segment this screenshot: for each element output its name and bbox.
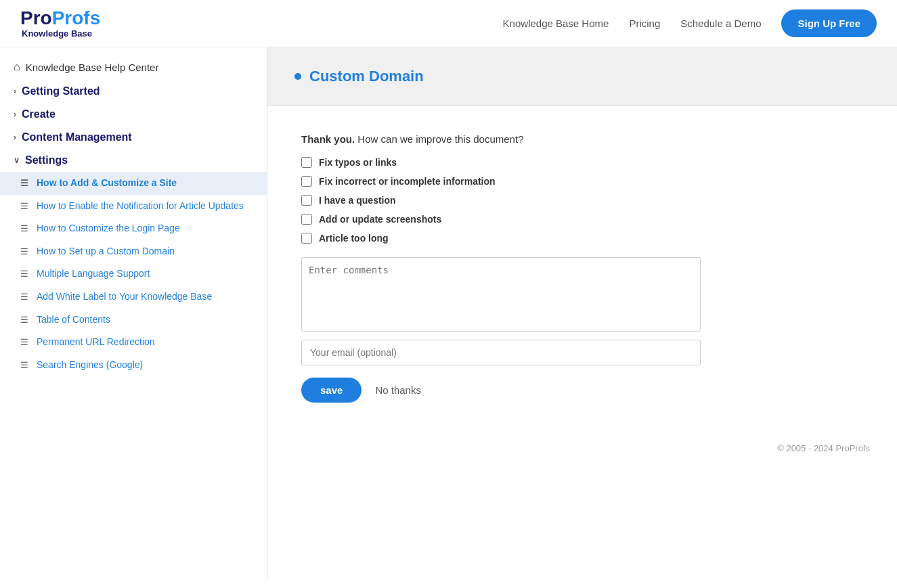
bullet-dot-icon: [294, 73, 301, 80]
doc-icon: ☰: [20, 314, 31, 326]
nav-home[interactable]: Knowledge Base Home: [503, 18, 609, 29]
sidebar-section-label: Create: [22, 108, 56, 120]
doc-icon: ☰: [20, 336, 31, 348]
comment-textarea[interactable]: [301, 257, 701, 332]
sidebar-section-label: Settings: [25, 154, 68, 166]
sidebar-item-add-customize-site[interactable]: ☰ How to Add & Customize a Site: [0, 172, 267, 195]
sidebar-item-label: Table of Contents: [37, 313, 110, 327]
action-row: save No thanks: [301, 378, 870, 403]
doc-icon: ☰: [20, 223, 31, 235]
main-content: Custom Domain Thank you. How can we impr…: [267, 47, 897, 581]
sidebar-item-label: How to Enable the Notification for Artic…: [37, 200, 244, 213]
nav-pricing[interactable]: Pricing: [629, 18, 660, 29]
sidebar-section-label: Content Management: [22, 131, 132, 143]
article-too-long-checkbox[interactable]: [301, 233, 312, 244]
logo-profs-span: Profs: [52, 7, 101, 28]
home-icon: ⌂: [14, 61, 20, 73]
feedback-title-rest: How can we improve this document?: [357, 133, 523, 145]
add-screenshots-checkbox[interactable]: [301, 214, 312, 225]
sidebar-item-label: How to Set up a Custom Domain: [37, 245, 175, 258]
custom-domain-banner: Custom Domain: [267, 47, 897, 106]
header: ProProfs Knowledge Base Knowledge Base H…: [0, 0, 897, 47]
sidebar-item-label: Permanent URL Redirection: [37, 336, 155, 349]
logo-pro-span: Pro: [20, 7, 52, 28]
fix-typos-checkbox[interactable]: [301, 157, 312, 168]
doc-icon: ☰: [20, 268, 31, 280]
custom-domain-heading: Custom Domain: [294, 68, 870, 85]
chevron-right-icon: ›: [14, 133, 16, 142]
custom-domain-label: Custom Domain: [309, 68, 424, 85]
page-layout: ⌂ Knowledge Base Help Center › Getting S…: [0, 47, 897, 581]
logo-subtitle: Knowledge Base: [20, 29, 100, 39]
sidebar-section-settings[interactable]: ∨ Settings: [0, 149, 267, 172]
checkbox-have-question[interactable]: I have a question: [301, 195, 870, 206]
feedback-title-bold: Thank you.: [301, 133, 355, 145]
sidebar-item-notification-article-updates[interactable]: ☰ How to Enable the Notification for Art…: [0, 195, 267, 218]
sidebar-item-label: Add White Label to Your Knowledge Base: [37, 290, 212, 304]
chevron-down-icon: ∨: [14, 156, 20, 165]
checkbox-add-screenshots[interactable]: Add or update screenshots: [301, 214, 870, 225]
sidebar-home-label: Knowledge Base Help Center: [26, 62, 159, 73]
copyright-text: © 2005 - 2024 ProProfs: [777, 443, 870, 453]
sidebar-section-getting-started[interactable]: › Getting Started: [0, 80, 267, 103]
have-question-label[interactable]: I have a question: [319, 195, 396, 206]
signup-button[interactable]: Sign Up Free: [781, 9, 877, 37]
no-thanks-button[interactable]: No thanks: [375, 384, 421, 396]
sidebar-section-label: Getting Started: [22, 85, 100, 97]
sidebar-item-label: How to Customize the Login Page: [37, 222, 180, 235]
sidebar-item-table-of-contents[interactable]: ☰ Table of Contents: [0, 309, 267, 332]
fix-typos-label[interactable]: Fix typos or links: [319, 157, 397, 168]
save-button[interactable]: save: [301, 378, 362, 403]
sidebar-item-custom-domain[interactable]: ☰ How to Set up a Custom Domain: [0, 240, 267, 263]
doc-icon: ☰: [20, 359, 31, 371]
page-footer: © 2005 - 2024 ProProfs: [267, 430, 897, 467]
have-question-checkbox[interactable]: [301, 195, 312, 206]
main-nav: Knowledge Base Home Pricing Schedule a D…: [503, 9, 877, 37]
chevron-right-icon: ›: [14, 110, 16, 119]
email-field[interactable]: [301, 340, 701, 365]
sidebar-item-search-engines[interactable]: ☰ Search Engines (Google): [0, 354, 267, 377]
doc-icon: ☰: [20, 177, 31, 189]
sidebar-item-label: Search Engines (Google): [37, 359, 143, 372]
sidebar-item-multiple-language[interactable]: ☰ Multiple Language Support: [0, 263, 267, 286]
fix-incorrect-checkbox[interactable]: [301, 176, 312, 187]
feedback-checkboxes: Fix typos or links Fix incorrect or inco…: [301, 157, 870, 244]
article-too-long-label[interactable]: Article too long: [319, 233, 389, 244]
logo: ProProfs Knowledge Base: [20, 8, 100, 39]
checkbox-fix-typos[interactable]: Fix typos or links: [301, 157, 870, 168]
logo-text: ProProfs: [20, 8, 100, 29]
feedback-title: Thank you. How can we improve this docum…: [301, 133, 870, 145]
sidebar-home[interactable]: ⌂ Knowledge Base Help Center: [0, 54, 267, 80]
sidebar-item-label: How to Add & Customize a Site: [37, 177, 177, 190]
doc-icon: ☰: [20, 200, 31, 212]
feedback-section: Thank you. How can we improve this docum…: [267, 106, 897, 430]
fix-incorrect-label[interactable]: Fix incorrect or incomplete information: [319, 176, 496, 187]
chevron-right-icon: ›: [14, 87, 16, 96]
sidebar-item-label: Multiple Language Support: [37, 267, 150, 281]
checkbox-article-too-long[interactable]: Article too long: [301, 233, 870, 244]
sidebar-section-create[interactable]: › Create: [0, 103, 267, 126]
sidebar-item-white-label[interactable]: ☰ Add White Label to Your Knowledge Base: [0, 286, 267, 309]
sidebar-item-customize-login-page[interactable]: ☰ How to Customize the Login Page: [0, 217, 267, 240]
nav-demo[interactable]: Schedule a Demo: [680, 18, 761, 29]
checkbox-fix-incorrect[interactable]: Fix incorrect or incomplete information: [301, 176, 870, 187]
doc-icon: ☰: [20, 291, 31, 303]
add-screenshots-label[interactable]: Add or update screenshots: [319, 214, 441, 225]
sidebar: ⌂ Knowledge Base Help Center › Getting S…: [0, 47, 267, 581]
doc-icon: ☰: [20, 246, 31, 258]
sidebar-item-permanent-url[interactable]: ☰ Permanent URL Redirection: [0, 331, 267, 354]
sidebar-section-content-management[interactable]: › Content Management: [0, 126, 267, 149]
